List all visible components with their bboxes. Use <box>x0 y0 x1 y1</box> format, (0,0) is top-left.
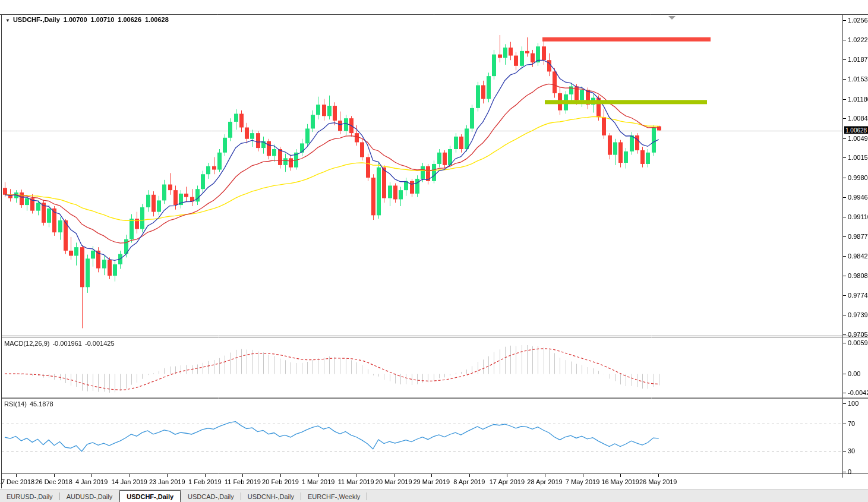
date-axis-label: 1 Mar 2019 <box>302 478 335 485</box>
rsi-axis-label: 70 <box>848 420 855 427</box>
price-axis-label: 0.99800 <box>848 174 868 181</box>
symbol-tab-eurchf[interactable]: EURCHF-,Weekly <box>301 490 367 502</box>
price-axis-label: 0.97740 <box>848 292 868 299</box>
chart-title: ▼USDCHF-,Daily1.007001.007101.006261.006… <box>5 16 169 23</box>
date-axis-label: 1 Feb 2019 <box>188 478 222 485</box>
date-axis-label: 26 Dec 2018 <box>35 478 72 485</box>
price-axis-label: 0.97050 <box>848 331 868 338</box>
symbol-tab-usdcnh[interactable]: USDCNH-,Daily <box>241 490 301 502</box>
date-axis-label: 29 Mar 2019 <box>413 478 450 485</box>
rsi-label: RSI(14)45.1878 <box>4 400 53 408</box>
price-axis-label: 0.98420 <box>848 252 868 260</box>
ohlc-low: 1.00626 <box>118 16 141 23</box>
symbol-tab-audusd[interactable]: AUDUSD-,Daily <box>60 490 119 502</box>
price-axis-label: 1.01870 <box>848 56 868 63</box>
price-axis-label: 0.97390 <box>848 311 868 318</box>
chart-symbol: USDCHF-,Daily <box>13 16 60 23</box>
price-axis-label: 1.01530 <box>848 75 868 83</box>
chart-shift-marker-icon[interactable] <box>668 16 676 20</box>
date-axis-label: 20 Feb 2019 <box>262 478 299 485</box>
date-axis-label: 16 May 2019 <box>601 478 639 485</box>
date-axis-label: 11 Feb 2019 <box>225 478 261 485</box>
price-axis-label: 1.01180 <box>848 96 868 103</box>
rsi-axis-label: 30 <box>848 447 855 454</box>
trading-terminal: H4D1W1MN ▼USDCHF-,Daily1.007001.007101.0… <box>0 0 868 502</box>
price-axis-label: 1.00490 <box>848 135 868 142</box>
rsi-axis-label: 0 <box>848 468 851 475</box>
macd-axis-label: 0.00597 <box>848 339 868 346</box>
rsi-value: 45.1878 <box>30 400 53 408</box>
date-axis-label: 14 Jan 2019 <box>111 478 147 485</box>
price-axis-label: 1.00840 <box>848 115 868 122</box>
date-axis-label: 8 Apr 2019 <box>453 478 485 485</box>
price-axis-label: 1.00150 <box>848 154 868 161</box>
ohlc-open: 1.00700 <box>64 16 87 23</box>
price-axis-label: 0.99460 <box>848 194 868 201</box>
rsi-axis-label: 100 <box>848 400 858 407</box>
date-axis-label: 20 Mar 2019 <box>375 478 412 485</box>
date-axis-label: 7 May 2019 <box>566 478 599 485</box>
date-axis-label: 28 Apr 2019 <box>527 478 562 485</box>
current-price-tag: 1.00628 <box>844 127 868 134</box>
symbol-tabbar: EURUSD-,DailyAUDUSD-,DailyUSDCHF-,DailyU… <box>0 490 868 502</box>
macd-name: MACD(12,26,9) <box>4 340 49 347</box>
date-axis-label: 4 Jan 2019 <box>75 478 108 485</box>
symbol-tab-usdchf[interactable]: USDCHF-,Daily <box>119 490 181 502</box>
tab-divider <box>367 492 367 500</box>
date-axis-label: 26 May 2019 <box>639 478 677 485</box>
macd-axis-label: -0.004243 <box>848 389 868 396</box>
price-axis-label: 1.02560 <box>848 17 868 24</box>
date-axis-label: 17 Apr 2019 <box>490 478 525 485</box>
chart-canvas[interactable] <box>0 0 868 502</box>
price-axis-label: 0.98080 <box>848 272 868 279</box>
date-axis-label: 11 Mar 2019 <box>338 478 374 485</box>
macd-axis-label: 0.00 <box>848 370 860 377</box>
ohlc-high: 1.00710 <box>91 16 115 23</box>
price-axis-label: 1.02220 <box>848 36 868 43</box>
macd-value-signal: -0.001425 <box>85 340 115 347</box>
chart-menu-icon[interactable]: ▼ <box>5 18 10 23</box>
rsi-name: RSI(14) <box>4 400 27 408</box>
date-axis-label: 23 Jan 2019 <box>149 478 185 485</box>
macd-label: MACD(12,26,9)-0.001961-0.001425 <box>4 340 115 347</box>
ohlc-close: 1.00628 <box>145 16 169 23</box>
date-axis-label: 17 Dec 2018 <box>0 478 34 485</box>
macd-value-main: -0.001961 <box>52 340 82 347</box>
symbol-tab-eurusd[interactable]: EURUSD-,Daily <box>0 490 59 502</box>
price-axis-label: 0.98770 <box>848 233 868 240</box>
price-axis-label: 0.99110 <box>848 213 868 220</box>
symbol-tab-usdcad[interactable]: USDCAD-,Daily <box>181 490 241 502</box>
